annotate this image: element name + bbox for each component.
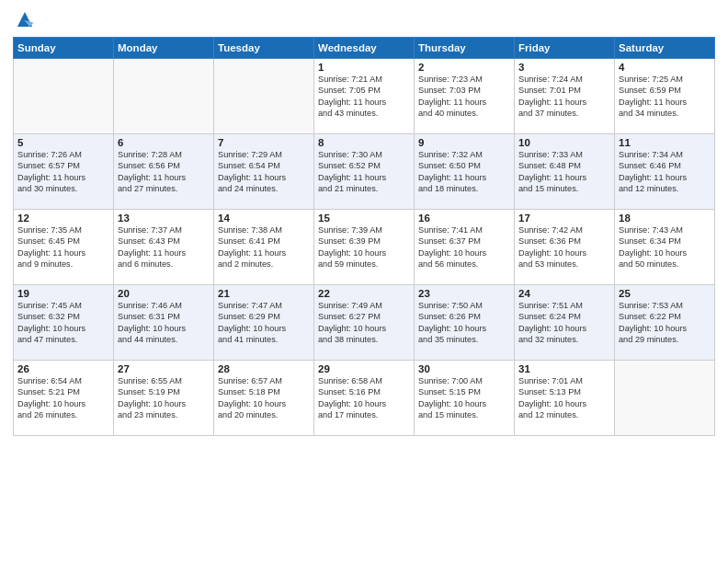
day-info: Sunrise: 6:57 AMSunset: 5:18 PMDaylight:… xyxy=(218,375,310,421)
calendar-cell: 20Sunrise: 7:46 AMSunset: 6:31 PMDayligh… xyxy=(114,285,214,361)
day-info: Sunrise: 7:30 AMSunset: 6:52 PMDaylight:… xyxy=(318,149,410,195)
calendar-week-1: 1Sunrise: 7:21 AMSunset: 7:05 PMDaylight… xyxy=(14,59,715,134)
day-info: Sunrise: 7:38 AMSunset: 6:41 PMDaylight:… xyxy=(218,224,310,270)
calendar-cell: 2Sunrise: 7:23 AMSunset: 7:03 PMDaylight… xyxy=(415,59,515,134)
page: SundayMondayTuesdayWednesdayThursdayFrid… xyxy=(0,0,728,563)
calendar-cell: 8Sunrise: 7:30 AMSunset: 6:52 PMDaylight… xyxy=(314,134,415,210)
calendar-cell xyxy=(14,59,114,134)
day-info: Sunrise: 7:00 AMSunset: 5:15 PMDaylight:… xyxy=(418,375,510,421)
calendar-cell: 14Sunrise: 7:38 AMSunset: 6:41 PMDayligh… xyxy=(214,210,314,285)
day-info: Sunrise: 7:21 AMSunset: 7:05 PMDaylight:… xyxy=(318,74,410,120)
day-number: 7 xyxy=(218,137,310,148)
day-number: 18 xyxy=(619,213,711,224)
day-number: 14 xyxy=(218,213,310,224)
calendar-week-4: 19Sunrise: 7:45 AMSunset: 6:32 PMDayligh… xyxy=(14,285,715,361)
day-number: 12 xyxy=(17,213,109,224)
day-number: 4 xyxy=(619,62,711,73)
day-header-tuesday: Tuesday xyxy=(214,38,314,59)
day-number: 28 xyxy=(218,363,310,374)
calendar-cell: 26Sunrise: 6:54 AMSunset: 5:21 PMDayligh… xyxy=(14,361,114,436)
calendar-cell: 28Sunrise: 6:57 AMSunset: 5:18 PMDayligh… xyxy=(214,361,314,436)
calendar-cell: 5Sunrise: 7:26 AMSunset: 6:57 PMDaylight… xyxy=(14,134,114,210)
calendar-table: SundayMondayTuesdayWednesdayThursdayFrid… xyxy=(13,37,715,436)
calendar-cell: 27Sunrise: 6:55 AMSunset: 5:19 PMDayligh… xyxy=(114,361,214,436)
day-number: 9 xyxy=(418,137,510,148)
day-number: 6 xyxy=(118,137,210,148)
day-number: 31 xyxy=(518,363,610,374)
day-info: Sunrise: 7:49 AMSunset: 6:27 PMDaylight:… xyxy=(318,300,410,346)
calendar-cell: 10Sunrise: 7:33 AMSunset: 6:48 PMDayligh… xyxy=(515,134,615,210)
day-number: 5 xyxy=(17,137,109,148)
day-header-friday: Friday xyxy=(515,38,615,59)
day-number: 21 xyxy=(218,288,310,299)
day-info: Sunrise: 7:01 AMSunset: 5:13 PMDaylight:… xyxy=(518,375,610,421)
day-info: Sunrise: 7:29 AMSunset: 6:54 PMDaylight:… xyxy=(218,149,310,195)
day-info: Sunrise: 7:39 AMSunset: 6:39 PMDaylight:… xyxy=(318,224,410,270)
calendar-cell: 11Sunrise: 7:34 AMSunset: 6:46 PMDayligh… xyxy=(615,134,715,210)
day-number: 16 xyxy=(418,213,510,224)
day-number: 20 xyxy=(118,288,210,299)
calendar-cell: 15Sunrise: 7:39 AMSunset: 6:39 PMDayligh… xyxy=(314,210,415,285)
day-info: Sunrise: 7:45 AMSunset: 6:32 PMDaylight:… xyxy=(17,300,109,346)
calendar-week-5: 26Sunrise: 6:54 AMSunset: 5:21 PMDayligh… xyxy=(14,361,715,436)
calendar-cell: 18Sunrise: 7:43 AMSunset: 6:34 PMDayligh… xyxy=(615,210,715,285)
day-number: 2 xyxy=(418,62,510,73)
day-number: 17 xyxy=(518,213,610,224)
calendar-cell xyxy=(114,59,214,134)
calendar-cell: 16Sunrise: 7:41 AMSunset: 6:37 PMDayligh… xyxy=(415,210,515,285)
calendar-cell: 3Sunrise: 7:24 AMSunset: 7:01 PMDaylight… xyxy=(515,59,615,134)
day-number: 1 xyxy=(318,62,410,73)
day-header-sunday: Sunday xyxy=(14,38,114,59)
calendar-cell: 1Sunrise: 7:21 AMSunset: 7:05 PMDaylight… xyxy=(314,59,415,134)
calendar-cell xyxy=(214,59,314,134)
calendar-week-3: 12Sunrise: 7:35 AMSunset: 6:45 PMDayligh… xyxy=(14,210,715,285)
day-info: Sunrise: 7:35 AMSunset: 6:45 PMDaylight:… xyxy=(17,224,109,270)
header xyxy=(13,9,715,29)
day-header-monday: Monday xyxy=(114,38,214,59)
day-number: 11 xyxy=(619,137,711,148)
calendar-cell: 17Sunrise: 7:42 AMSunset: 6:36 PMDayligh… xyxy=(515,210,615,285)
day-info: Sunrise: 6:58 AMSunset: 5:16 PMDaylight:… xyxy=(318,375,410,421)
day-number: 3 xyxy=(518,62,610,73)
calendar-cell: 29Sunrise: 6:58 AMSunset: 5:16 PMDayligh… xyxy=(314,361,415,436)
calendar-cell xyxy=(615,361,715,436)
day-number: 19 xyxy=(17,288,109,299)
calendar-cell: 25Sunrise: 7:53 AMSunset: 6:22 PMDayligh… xyxy=(615,285,715,361)
logo-icon xyxy=(15,9,35,29)
calendar-cell: 7Sunrise: 7:29 AMSunset: 6:54 PMDaylight… xyxy=(214,134,314,210)
calendar-cell: 12Sunrise: 7:35 AMSunset: 6:45 PMDayligh… xyxy=(14,210,114,285)
day-info: Sunrise: 7:53 AMSunset: 6:22 PMDaylight:… xyxy=(619,300,711,346)
day-number: 30 xyxy=(418,363,510,374)
calendar-cell: 9Sunrise: 7:32 AMSunset: 6:50 PMDaylight… xyxy=(415,134,515,210)
day-info: Sunrise: 7:43 AMSunset: 6:34 PMDaylight:… xyxy=(619,224,711,270)
day-info: Sunrise: 7:50 AMSunset: 6:26 PMDaylight:… xyxy=(418,300,510,346)
calendar-cell: 21Sunrise: 7:47 AMSunset: 6:29 PMDayligh… xyxy=(214,285,314,361)
day-info: Sunrise: 7:46 AMSunset: 6:31 PMDaylight:… xyxy=(118,300,210,346)
day-number: 22 xyxy=(318,288,410,299)
day-header-thursday: Thursday xyxy=(415,38,515,59)
day-number: 29 xyxy=(318,363,410,374)
day-number: 24 xyxy=(518,288,610,299)
day-info: Sunrise: 7:47 AMSunset: 6:29 PMDaylight:… xyxy=(218,300,310,346)
day-number: 25 xyxy=(619,288,711,299)
day-info: Sunrise: 6:54 AMSunset: 5:21 PMDaylight:… xyxy=(17,375,109,421)
day-info: Sunrise: 7:42 AMSunset: 6:36 PMDaylight:… xyxy=(518,224,610,270)
calendar-cell: 31Sunrise: 7:01 AMSunset: 5:13 PMDayligh… xyxy=(515,361,615,436)
day-number: 13 xyxy=(118,213,210,224)
day-info: Sunrise: 6:55 AMSunset: 5:19 PMDaylight:… xyxy=(118,375,210,421)
day-info: Sunrise: 7:34 AMSunset: 6:46 PMDaylight:… xyxy=(619,149,711,195)
calendar-cell: 22Sunrise: 7:49 AMSunset: 6:27 PMDayligh… xyxy=(314,285,415,361)
calendar-cell: 6Sunrise: 7:28 AMSunset: 6:56 PMDaylight… xyxy=(114,134,214,210)
day-info: Sunrise: 7:26 AMSunset: 6:57 PMDaylight:… xyxy=(17,149,109,195)
day-number: 27 xyxy=(118,363,210,374)
day-info: Sunrise: 7:24 AMSunset: 7:01 PMDaylight:… xyxy=(518,74,610,120)
calendar-cell: 24Sunrise: 7:51 AMSunset: 6:24 PMDayligh… xyxy=(515,285,615,361)
day-header-saturday: Saturday xyxy=(615,38,715,59)
calendar-header-row: SundayMondayTuesdayWednesdayThursdayFrid… xyxy=(14,38,715,59)
day-info: Sunrise: 7:32 AMSunset: 6:50 PMDaylight:… xyxy=(418,149,510,195)
day-info: Sunrise: 7:33 AMSunset: 6:48 PMDaylight:… xyxy=(518,149,610,195)
day-info: Sunrise: 7:23 AMSunset: 7:03 PMDaylight:… xyxy=(418,74,510,120)
logo xyxy=(13,13,35,29)
day-info: Sunrise: 7:51 AMSunset: 6:24 PMDaylight:… xyxy=(518,300,610,346)
day-number: 15 xyxy=(318,213,410,224)
